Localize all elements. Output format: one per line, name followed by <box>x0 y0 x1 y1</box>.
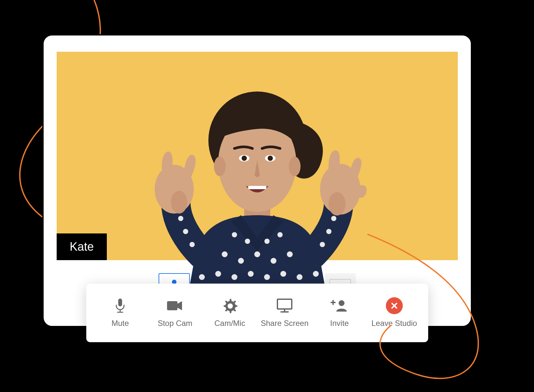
stop-cam-label: Stop Cam <box>158 319 192 328</box>
share-screen-label: Share Screen <box>261 319 309 328</box>
mute-button[interactable]: Mute <box>93 295 148 331</box>
svg-point-52 <box>326 229 331 234</box>
invite-label: Invite <box>330 319 349 328</box>
svg-point-53 <box>331 216 336 221</box>
svg-rect-67 <box>118 299 122 306</box>
camera-icon <box>166 298 183 314</box>
monitor-icon <box>276 298 293 314</box>
svg-point-22 <box>280 271 286 277</box>
svg-point-47 <box>183 229 188 234</box>
svg-point-24 <box>313 271 319 277</box>
participant-name-label: Kate <box>57 233 107 260</box>
svg-point-45 <box>277 232 283 237</box>
svg-point-46 <box>190 242 195 247</box>
share-screen-button[interactable]: Share Screen <box>257 295 312 331</box>
svg-point-13 <box>254 251 260 257</box>
svg-point-51 <box>320 242 325 247</box>
svg-point-23 <box>297 274 302 280</box>
svg-point-48 <box>178 216 183 221</box>
svg-point-17 <box>199 274 205 280</box>
svg-point-55 <box>329 192 345 216</box>
leave-label: Leave Studio <box>372 319 417 328</box>
svg-point-44 <box>264 239 270 244</box>
stop-cam-button[interactable]: Stop Cam <box>148 295 202 331</box>
svg-rect-72 <box>277 299 292 309</box>
cam-mic-label: Cam/Mic <box>214 319 245 328</box>
studio-window: Kate <box>42 34 472 327</box>
mute-label: Mute <box>111 319 129 328</box>
close-icon <box>386 297 403 314</box>
svg-point-75 <box>339 300 344 306</box>
svg-rect-9 <box>248 186 266 189</box>
svg-point-3 <box>214 157 226 176</box>
svg-point-42 <box>232 232 237 237</box>
svg-point-71 <box>228 303 233 309</box>
microphone-icon <box>114 298 126 314</box>
cam-mic-button[interactable]: Cam/Mic <box>203 295 257 331</box>
leave-studio-button[interactable]: Leave Studio <box>367 295 422 331</box>
svg-point-19 <box>232 274 237 280</box>
svg-point-18 <box>215 271 221 277</box>
add-person-icon <box>330 298 348 314</box>
svg-point-11 <box>222 251 228 257</box>
svg-point-8 <box>268 156 273 161</box>
svg-point-20 <box>248 271 254 277</box>
svg-point-6 <box>242 156 247 161</box>
svg-point-21 <box>264 274 270 280</box>
svg-rect-70 <box>167 301 177 310</box>
invite-button[interactable]: Invite <box>312 295 367 331</box>
gear-icon <box>222 298 237 314</box>
svg-point-43 <box>245 239 250 244</box>
control-toolbar: Mute Stop Cam Cam/Mic <box>86 284 428 342</box>
svg-point-15 <box>287 251 293 257</box>
svg-point-12 <box>238 258 244 264</box>
svg-point-50 <box>171 191 187 214</box>
svg-point-14 <box>271 258 276 264</box>
svg-point-4 <box>289 157 301 176</box>
